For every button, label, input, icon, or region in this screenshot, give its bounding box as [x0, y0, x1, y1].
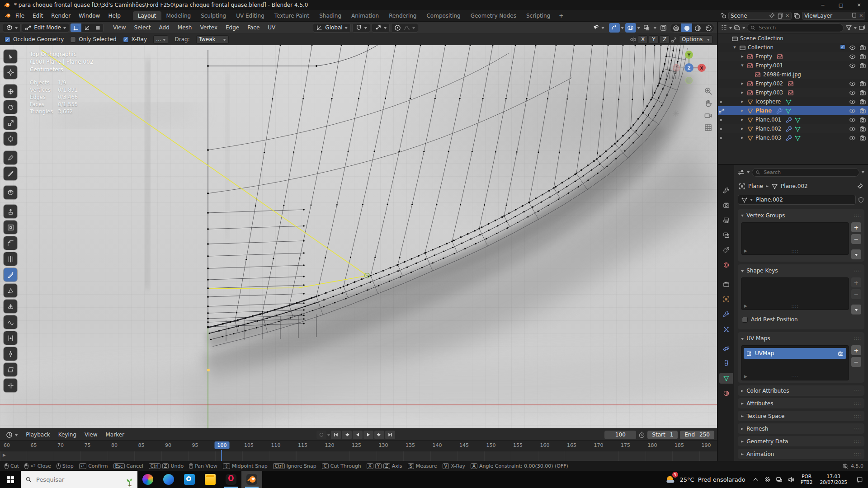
properties-tab-collection[interactable] [719, 279, 733, 290]
editor-type-selector[interactable]: ▼ [3, 23, 21, 33]
properties-tab-modifiers[interactable] [719, 309, 733, 319]
current-frame-badge[interactable]: 100 [215, 441, 230, 449]
navigation-gizmo[interactable]: Y X Z [669, 48, 709, 88]
properties-tab-physics[interactable] [719, 343, 733, 354]
mirror-axis-y-button[interactable]: Y [649, 35, 659, 44]
new-viewlayer-icon[interactable] [851, 12, 858, 19]
shading-solid-button[interactable] [681, 23, 692, 33]
topbar-menu-render[interactable]: Render [47, 11, 75, 20]
new-scene-icon[interactable] [777, 12, 784, 19]
close-button[interactable]: ✕ [850, 0, 868, 10]
only-selected-checkbox[interactable]: Only Selected [70, 36, 116, 42]
remove-uv-map-button[interactable]: − [851, 357, 861, 367]
tab-compositing[interactable]: Compositing [421, 11, 465, 20]
expander-icon[interactable]: ▶ [740, 127, 745, 131]
camera-icon[interactable] [859, 44, 866, 51]
snapping-selector[interactable]: ▼ [352, 23, 370, 33]
collapse-icon[interactable]: ▼ [741, 337, 744, 340]
auto-keying-toggle[interactable] [316, 431, 326, 439]
taskbar-search-input[interactable] [35, 476, 103, 483]
add-shape-key-button[interactable]: + [851, 277, 861, 287]
previous-keyframe-button[interactable] [342, 431, 352, 439]
rip-region-tool[interactable] [4, 379, 17, 392]
xray-toggle[interactable] [642, 23, 652, 33]
outliner-row-plane-002[interactable]: ▶Plane.002 [718, 124, 868, 133]
properties-tab-scene[interactable] [719, 244, 733, 255]
notification-center-icon[interactable] [851, 471, 868, 488]
tab-layout[interactable]: Layout [133, 11, 161, 20]
panel-grip-icon[interactable]: :::: [854, 427, 861, 431]
topbar-menu-edit[interactable]: Edit [28, 11, 47, 20]
outliner-filter-scene-icon[interactable] [734, 24, 741, 31]
topbar-menu-window[interactable]: Window [75, 11, 104, 20]
properties-options-icon[interactable]: ▼ [862, 171, 864, 174]
expander-icon[interactable]: ▶ [740, 136, 745, 140]
panel-grip-icon[interactable]: :::: [854, 336, 861, 341]
meet-now-icon[interactable] [762, 471, 774, 488]
camera-icon[interactable] [859, 62, 866, 69]
viewport-menu-uv[interactable]: UV [264, 23, 279, 32]
panel-remesh[interactable]: ▶Remesh:::: [738, 423, 864, 434]
stopwatch-icon[interactable] [638, 432, 645, 438]
viewport-menu-view[interactable]: View [109, 23, 130, 32]
tab-scripting[interactable]: Scripting [521, 11, 555, 20]
outliner-row-empty-002[interactable]: ▶Empty.002 [718, 79, 868, 88]
viewlayer-icon[interactable] [793, 12, 800, 19]
jump-to-start-button[interactable] [331, 431, 341, 439]
gizmo-x-neg-axis[interactable] [673, 65, 680, 71]
outliner-row-plane-003[interactable]: ▶Plane.003 [718, 133, 868, 142]
measure-tool[interactable] [4, 167, 17, 180]
outliner-display-mode-icon[interactable] [721, 24, 727, 31]
panel-grip-icon[interactable]: :::: [854, 389, 861, 393]
volume-icon[interactable] [785, 471, 797, 488]
expander-icon[interactable]: ▼ [740, 64, 745, 67]
tool-options-dropdown[interactable]: Options▼ [679, 35, 712, 44]
tab-geometry-nodes[interactable]: Geometry Nodes [466, 11, 521, 20]
timeline-menu-view[interactable]: View [80, 430, 101, 439]
eye-icon[interactable] [849, 117, 856, 123]
more-options-dropdown[interactable]: ... ▼ [153, 35, 168, 44]
add-vertex-group-button[interactable]: + [851, 222, 861, 232]
pin-icon[interactable] [769, 12, 775, 19]
panel-geometry-data[interactable]: ▶Geometry Data:::: [738, 436, 864, 446]
tab-rendering[interactable]: Rendering [384, 11, 421, 20]
panel-attributes[interactable]: ▶Attributes:::: [738, 398, 864, 408]
expander-icon[interactable]: ▶ [740, 118, 745, 122]
mode-selector[interactable]: Edit Mode▼ [22, 23, 69, 33]
timeline-menu-marker[interactable]: Marker [102, 430, 128, 439]
shear-tool[interactable] [4, 363, 17, 376]
eye-icon[interactable] [849, 99, 856, 105]
outliner-row-collection[interactable]: ▼Collection✓ [718, 43, 868, 52]
tab-texture-paint[interactable]: Texture Paint [269, 11, 314, 20]
viewlayer-selector[interactable]: ViewLayer ✕ [802, 12, 865, 20]
timeline-channels[interactable]: ▶ [0, 451, 717, 461]
properties-search-input[interactable] [763, 169, 856, 176]
properties-tab-tool[interactable] [719, 185, 733, 196]
outliner-row-empty[interactable]: ▶Empty [718, 52, 868, 61]
expander-icon[interactable]: ▶ [740, 100, 745, 103]
taskbar-app-opera-gx[interactable] [221, 471, 241, 488]
properties-tab-material[interactable] [719, 388, 733, 399]
transform-gizmos-toggle[interactable] [609, 23, 620, 33]
properties-tab-output[interactable] [719, 215, 733, 225]
add-cube-tool[interactable] [4, 186, 17, 199]
vertex-group-specials-button[interactable]: ▼ [851, 249, 861, 259]
region-overlap-button[interactable] [658, 23, 669, 33]
list-resize-grip[interactable]: :::: [791, 304, 798, 309]
add-uv-map-button[interactable]: + [851, 345, 861, 355]
rotate-tool[interactable] [4, 100, 17, 114]
edge-select-button[interactable] [81, 23, 92, 32]
outliner-search[interactable] [747, 23, 844, 32]
shading-material-button[interactable] [692, 23, 703, 33]
camera-icon[interactable] [859, 108, 866, 114]
shape-keys-list[interactable]: ▶:::: [741, 277, 849, 310]
drag-mode-dropdown[interactable]: Tweak▼ [196, 35, 229, 44]
extrude-region-tool[interactable] [4, 205, 17, 218]
taskbar-app-copilot[interactable] [137, 471, 158, 488]
proportional-editing-toggle[interactable]: ▼ [391, 23, 418, 33]
properties-search[interactable] [752, 168, 859, 177]
properties-tab-render[interactable] [719, 200, 733, 211]
edge-slide-tool[interactable] [4, 331, 17, 345]
expander-icon[interactable]: ▼ [732, 46, 737, 49]
taskbar-search[interactable] [21, 471, 137, 488]
